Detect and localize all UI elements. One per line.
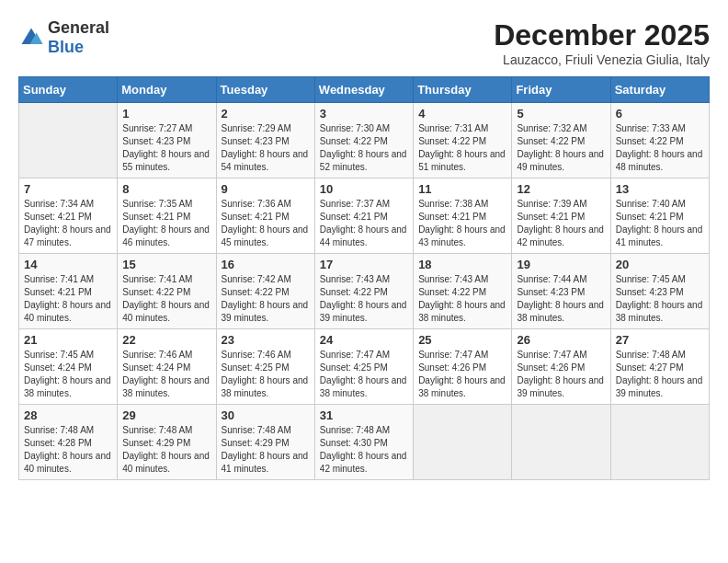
calendar-cell bbox=[512, 405, 610, 480]
cell-info: Sunrise: 7:43 AMSunset: 4:22 PMDaylight:… bbox=[320, 274, 407, 323]
calendar-cell: 18Sunrise: 7:43 AMSunset: 4:22 PMDayligh… bbox=[414, 254, 512, 329]
calendar-cell: 26Sunrise: 7:47 AMSunset: 4:26 PMDayligh… bbox=[512, 329, 610, 405]
day-number: 22 bbox=[122, 333, 210, 347]
calendar-cell: 10Sunrise: 7:37 AMSunset: 4:21 PMDayligh… bbox=[314, 178, 413, 254]
day-number: 4 bbox=[418, 107, 506, 121]
day-number: 18 bbox=[418, 258, 506, 271]
calendar-cell: 12Sunrise: 7:39 AMSunset: 4:21 PMDayligh… bbox=[512, 178, 610, 254]
cell-info: Sunrise: 7:48 AMSunset: 4:28 PMDaylight:… bbox=[24, 425, 111, 474]
calendar-cell: 23Sunrise: 7:46 AMSunset: 4:25 PMDayligh… bbox=[216, 329, 314, 405]
day-number: 21 bbox=[24, 333, 112, 347]
calendar-cell: 14Sunrise: 7:41 AMSunset: 4:21 PMDayligh… bbox=[19, 254, 118, 329]
calendar-cell: 11Sunrise: 7:38 AMSunset: 4:21 PMDayligh… bbox=[414, 178, 512, 254]
weekday-header: Sunday bbox=[19, 77, 118, 103]
calendar-cell: 27Sunrise: 7:48 AMSunset: 4:27 PMDayligh… bbox=[610, 329, 709, 405]
weekday-header: Tuesday bbox=[216, 77, 314, 103]
day-number: 16 bbox=[222, 258, 310, 271]
calendar-cell: 1Sunrise: 7:27 AMSunset: 4:23 PMDaylight… bbox=[118, 103, 216, 178]
calendar-cell: 22Sunrise: 7:46 AMSunset: 4:24 PMDayligh… bbox=[118, 329, 216, 405]
calendar-cell: 5Sunrise: 7:32 AMSunset: 4:22 PMDaylight… bbox=[512, 103, 610, 178]
cell-info: Sunrise: 7:45 AMSunset: 4:24 PMDaylight:… bbox=[24, 350, 111, 398]
day-number: 5 bbox=[517, 107, 605, 121]
calendar-week-row: 28Sunrise: 7:48 AMSunset: 4:28 PMDayligh… bbox=[19, 405, 710, 480]
cell-info: Sunrise: 7:47 AMSunset: 4:26 PMDaylight:… bbox=[418, 350, 506, 398]
day-number: 10 bbox=[320, 182, 408, 196]
cell-info: Sunrise: 7:41 AMSunset: 4:21 PMDaylight:… bbox=[24, 274, 111, 323]
day-number: 19 bbox=[517, 258, 605, 271]
cell-info: Sunrise: 7:45 AMSunset: 4:23 PMDaylight:… bbox=[616, 274, 703, 323]
logo-blue: Blue bbox=[48, 38, 84, 56]
cell-info: Sunrise: 7:41 AMSunset: 4:22 PMDaylight:… bbox=[122, 274, 210, 323]
calendar-cell: 24Sunrise: 7:47 AMSunset: 4:25 PMDayligh… bbox=[314, 329, 413, 405]
day-number: 11 bbox=[418, 182, 506, 196]
day-number: 28 bbox=[24, 408, 112, 422]
day-number: 20 bbox=[616, 258, 704, 271]
main-title: December 2025 bbox=[494, 18, 710, 52]
calendar-cell: 15Sunrise: 7:41 AMSunset: 4:22 PMDayligh… bbox=[118, 254, 216, 329]
calendar-cell: 31Sunrise: 7:48 AMSunset: 4:30 PMDayligh… bbox=[314, 405, 413, 480]
cell-info: Sunrise: 7:29 AMSunset: 4:23 PMDaylight:… bbox=[222, 123, 309, 172]
cell-info: Sunrise: 7:44 AMSunset: 4:23 PMDaylight:… bbox=[517, 274, 604, 323]
day-number: 30 bbox=[222, 408, 310, 422]
day-number: 12 bbox=[517, 182, 605, 196]
day-number: 13 bbox=[616, 182, 704, 196]
cell-info: Sunrise: 7:30 AMSunset: 4:22 PMDaylight:… bbox=[320, 123, 407, 172]
day-number: 7 bbox=[24, 182, 112, 196]
calendar-cell: 2Sunrise: 7:29 AMSunset: 4:23 PMDaylight… bbox=[216, 103, 314, 178]
cell-info: Sunrise: 7:46 AMSunset: 4:24 PMDaylight:… bbox=[122, 350, 210, 398]
day-number: 27 bbox=[616, 333, 704, 347]
calendar-cell: 16Sunrise: 7:42 AMSunset: 4:22 PMDayligh… bbox=[216, 254, 314, 329]
cell-info: Sunrise: 7:46 AMSunset: 4:25 PMDaylight:… bbox=[222, 350, 309, 398]
title-area: December 2025 Lauzacco, Friuli Venezia G… bbox=[494, 18, 710, 67]
calendar-cell: 28Sunrise: 7:48 AMSunset: 4:28 PMDayligh… bbox=[19, 405, 118, 480]
logo-general: General bbox=[48, 18, 109, 37]
day-number: 8 bbox=[122, 182, 210, 196]
day-number: 15 bbox=[122, 258, 210, 271]
logo: General Blue bbox=[18, 18, 109, 57]
cell-info: Sunrise: 7:37 AMSunset: 4:21 PMDaylight:… bbox=[320, 199, 407, 247]
day-number: 26 bbox=[517, 333, 605, 347]
cell-info: Sunrise: 7:42 AMSunset: 4:22 PMDaylight:… bbox=[222, 274, 309, 323]
calendar-cell: 8Sunrise: 7:35 AMSunset: 4:21 PMDaylight… bbox=[118, 178, 216, 254]
calendar-cell: 25Sunrise: 7:47 AMSunset: 4:26 PMDayligh… bbox=[414, 329, 512, 405]
day-number: 2 bbox=[222, 107, 310, 121]
calendar-cell: 6Sunrise: 7:33 AMSunset: 4:22 PMDaylight… bbox=[610, 103, 709, 178]
day-number: 29 bbox=[122, 408, 210, 422]
cell-info: Sunrise: 7:35 AMSunset: 4:21 PMDaylight:… bbox=[122, 199, 210, 247]
calendar-week-row: 1Sunrise: 7:27 AMSunset: 4:23 PMDaylight… bbox=[19, 103, 710, 178]
calendar-cell: 7Sunrise: 7:34 AMSunset: 4:21 PMDaylight… bbox=[19, 178, 118, 254]
day-number: 24 bbox=[320, 333, 408, 347]
weekday-header: Monday bbox=[118, 77, 216, 103]
weekday-header-row: SundayMondayTuesdayWednesdayThursdayFrid… bbox=[19, 77, 710, 103]
weekday-header: Wednesday bbox=[314, 77, 413, 103]
header: General Blue December 2025 Lauzacco, Fri… bbox=[18, 18, 710, 67]
weekday-header: Thursday bbox=[414, 77, 512, 103]
cell-info: Sunrise: 7:47 AMSunset: 4:25 PMDaylight:… bbox=[320, 350, 407, 398]
day-number: 6 bbox=[616, 107, 704, 121]
cell-info: Sunrise: 7:48 AMSunset: 4:30 PMDaylight:… bbox=[320, 425, 407, 474]
day-number: 1 bbox=[122, 107, 210, 121]
calendar-table: SundayMondayTuesdayWednesdayThursdayFrid… bbox=[18, 76, 710, 480]
calendar-cell: 29Sunrise: 7:48 AMSunset: 4:29 PMDayligh… bbox=[118, 405, 216, 480]
calendar-cell: 19Sunrise: 7:44 AMSunset: 4:23 PMDayligh… bbox=[512, 254, 610, 329]
calendar-cell: 21Sunrise: 7:45 AMSunset: 4:24 PMDayligh… bbox=[19, 329, 118, 405]
day-number: 25 bbox=[418, 333, 506, 347]
cell-info: Sunrise: 7:33 AMSunset: 4:22 PMDaylight:… bbox=[616, 123, 703, 172]
day-number: 23 bbox=[222, 333, 310, 347]
calendar-cell: 20Sunrise: 7:45 AMSunset: 4:23 PMDayligh… bbox=[610, 254, 709, 329]
calendar-cell bbox=[414, 405, 512, 480]
logo-icon bbox=[18, 25, 44, 51]
cell-info: Sunrise: 7:40 AMSunset: 4:21 PMDaylight:… bbox=[616, 199, 703, 247]
calendar-week-row: 14Sunrise: 7:41 AMSunset: 4:21 PMDayligh… bbox=[19, 254, 710, 329]
cell-info: Sunrise: 7:36 AMSunset: 4:21 PMDaylight:… bbox=[222, 199, 309, 247]
day-number: 9 bbox=[222, 182, 310, 196]
weekday-header: Friday bbox=[512, 77, 610, 103]
day-number: 14 bbox=[24, 258, 112, 271]
cell-info: Sunrise: 7:38 AMSunset: 4:21 PMDaylight:… bbox=[418, 199, 506, 247]
cell-info: Sunrise: 7:34 AMSunset: 4:21 PMDaylight:… bbox=[24, 199, 111, 247]
day-number: 31 bbox=[320, 408, 408, 422]
cell-info: Sunrise: 7:47 AMSunset: 4:26 PMDaylight:… bbox=[517, 350, 604, 398]
subtitle: Lauzacco, Friuli Venezia Giulia, Italy bbox=[494, 52, 710, 67]
day-number: 17 bbox=[320, 258, 408, 271]
calendar-cell: 4Sunrise: 7:31 AMSunset: 4:22 PMDaylight… bbox=[414, 103, 512, 178]
